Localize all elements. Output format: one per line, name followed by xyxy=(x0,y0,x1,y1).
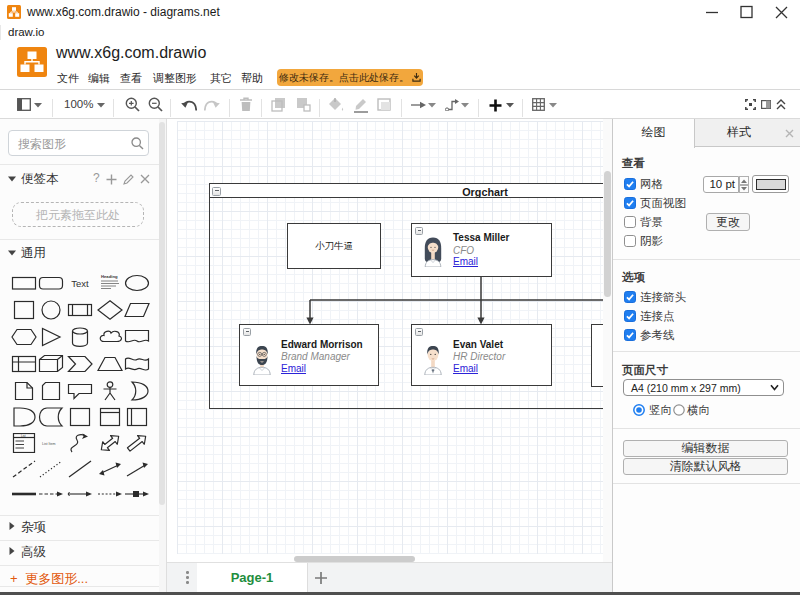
svg-text:Text: Text xyxy=(71,278,89,289)
svg-text:List Item: List Item xyxy=(42,442,56,446)
svg-text:Heading: Heading xyxy=(101,274,118,279)
svg-text:List: List xyxy=(21,434,26,438)
